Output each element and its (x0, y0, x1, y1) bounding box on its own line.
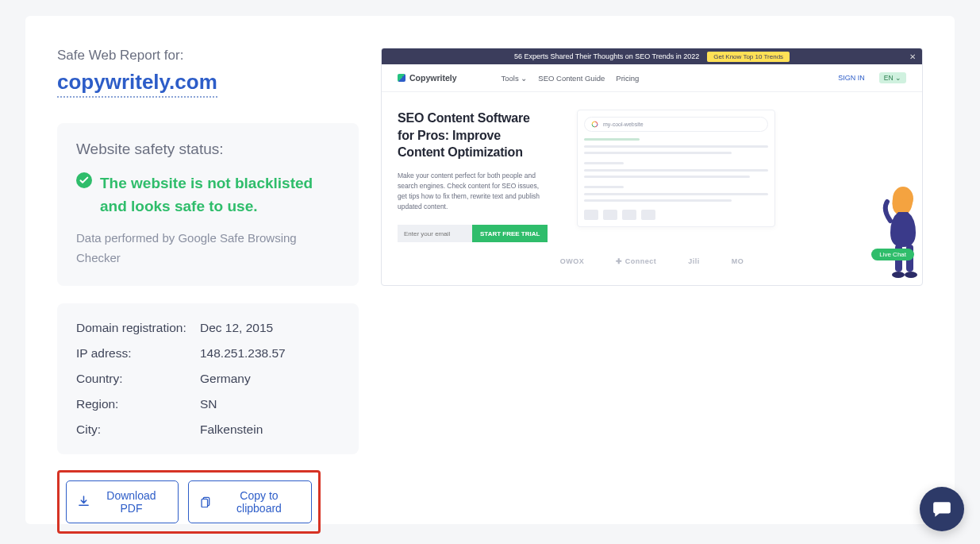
report-card: Safe Web Report for: copywritely.com Web… (25, 16, 955, 524)
person-illustration-icon (879, 186, 923, 281)
google-g-icon (591, 121, 598, 128)
preview-client-logos: OWOX ✚ Connect Jili MO (382, 257, 922, 265)
svg-point-8 (905, 272, 917, 278)
preview-hero-title: SEO Content Software for Pros: Improve C… (398, 110, 556, 161)
check-circle-icon (76, 172, 92, 188)
chat-fab-button[interactable] (920, 487, 964, 531)
info-value: Germany (200, 372, 251, 386)
preview-nav: Tools ⌄ SEO Content Guide Pricing (502, 74, 640, 83)
action-buttons-highlight: Download PDF Copy to clipboard (57, 470, 321, 534)
safety-status-message: The website is not blacklisted and looks… (100, 172, 340, 218)
clipboard-icon (200, 496, 212, 507)
report-label: Safe Web Report for: (57, 48, 359, 64)
preview-logo-4: MO (732, 257, 744, 265)
info-value: 148.251.238.57 (200, 346, 286, 361)
download-pdf-button[interactable]: Download PDF (66, 480, 179, 523)
info-label: Country: (76, 372, 200, 386)
preview-email-input (398, 225, 472, 242)
svg-rect-2 (202, 499, 208, 507)
preview-signup-form: START FREE TRIAL (398, 225, 556, 242)
preview-hero-left: SEO Content Software for Pros: Improve C… (398, 110, 556, 267)
preview-lang: EN ⌄ (879, 72, 906, 83)
info-label: Region: (76, 397, 200, 411)
right-column: 56 Experts Shared Their Thoughts on SEO … (381, 48, 955, 497)
preview-logo-2: ✚ Connect (616, 257, 656, 265)
brand-mark-icon (398, 74, 405, 82)
info-label: Domain registration: (76, 321, 200, 335)
safety-status-provider: Data performed by Google Safe Browsing C… (76, 229, 340, 268)
preview-start-trial-button: START FREE TRIAL (472, 225, 548, 242)
info-row: Country:Germany (76, 372, 340, 386)
preview-mock-search-text: my-cool-website (603, 122, 644, 127)
preview-logo-3: Jili (688, 257, 700, 265)
preview-mock-browser: my-cool-website (577, 110, 775, 227)
copy-clipboard-button[interactable]: Copy to clipboard (188, 480, 312, 523)
info-row: IP adress:148.251.238.57 (76, 346, 340, 361)
info-value: SN (200, 397, 217, 411)
preview-brand-logo: Copywritely (398, 73, 457, 83)
chevron-down-icon: ⌄ (895, 74, 901, 82)
website-preview: 56 Experts Shared Their Thoughts on SEO … (381, 48, 923, 286)
chevron-down-icon: ⌄ (521, 74, 527, 83)
preview-logo-1: OWOX (560, 257, 585, 265)
preview-mock-results (584, 138, 768, 220)
preview-nav-pricing: Pricing (616, 74, 639, 83)
preview-mock-search: my-cool-website (584, 117, 768, 132)
preview-header: Copywritely Tools ⌄ SEO Content Guide Pr… (382, 64, 922, 92)
download-pdf-label: Download PDF (96, 489, 167, 515)
preview-banner-text: 56 Experts Shared Their Thoughts on SEO … (514, 52, 699, 60)
info-value: Falkenstein (200, 422, 263, 437)
preview-banner-cta: Get Know Top 10 Trends (707, 52, 790, 62)
safety-status-title: Website safety status: (76, 141, 340, 158)
preview-brand-name: Copywritely (409, 73, 457, 83)
domain-info-panel: Domain registration:Dec 12, 2015IP adres… (57, 303, 359, 454)
preview-hero-right: my-cool-website (577, 110, 906, 267)
svg-point-7 (892, 272, 905, 278)
info-label: IP adress: (76, 346, 200, 361)
preview-body: SEO Content Software for Pros: Improve C… (382, 92, 922, 267)
domain-link[interactable]: copywritely.com (57, 70, 217, 98)
safety-status-panel: Website safety status: The website is no… (57, 123, 359, 286)
preview-top-banner: 56 Experts Shared Their Thoughts on SEO … (382, 48, 922, 64)
info-label: City: (76, 422, 200, 437)
preview-nav-guide: SEO Content Guide (538, 74, 605, 83)
copy-clipboard-label: Copy to clipboard (218, 489, 300, 515)
preview-hero-desc: Make your content perfect for both peopl… (398, 171, 540, 213)
info-row: City:Falkenstein (76, 422, 340, 437)
preview-nav-tools: Tools ⌄ (502, 74, 528, 83)
preview-signin: SIGN IN (838, 74, 865, 82)
download-icon (78, 496, 90, 507)
left-column: Safe Web Report for: copywritely.com Web… (25, 48, 359, 497)
info-row: Domain registration:Dec 12, 2015 (76, 321, 340, 335)
chat-bubble-icon (932, 499, 952, 519)
info-row: Region:SN (76, 397, 340, 411)
info-value: Dec 12, 2015 (200, 321, 273, 335)
close-icon: ✕ (909, 52, 916, 61)
